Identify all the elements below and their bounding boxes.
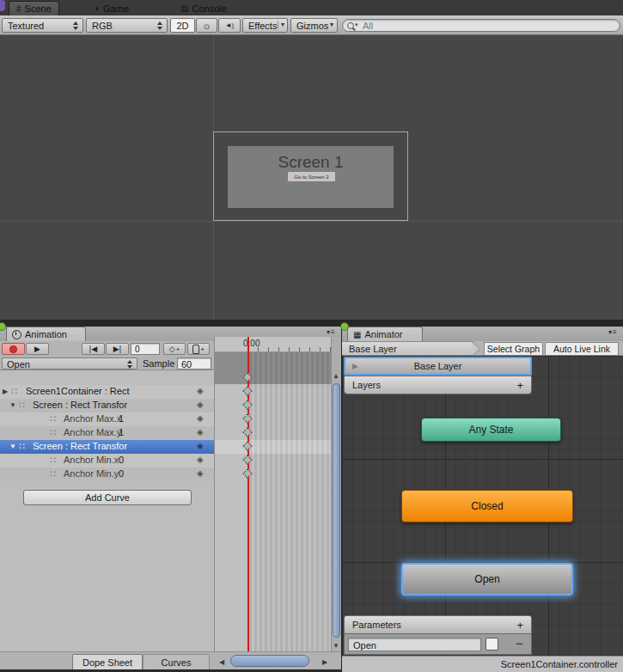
rect-transform-icon: ∷ xyxy=(19,400,25,411)
parameters-header[interactable]: Parameters + xyxy=(344,615,532,634)
keyframe-diamond-icon[interactable]: ◈ xyxy=(197,400,204,409)
play-icon: ▶ xyxy=(34,345,40,353)
dopesheet-summary-band xyxy=(215,352,331,384)
state-any-state[interactable]: Any State xyxy=(421,418,561,442)
anim-row-anchor-min-y[interactable]: ∷ Anchor Min.y 0 ◈ xyxy=(0,467,215,481)
window-handle-icon xyxy=(0,0,5,11)
clip-selector-dropdown[interactable]: Open xyxy=(2,357,137,370)
remove-parameter-button[interactable]: − xyxy=(516,636,523,651)
animation-panel-menu-icon[interactable]: ▾≡ xyxy=(327,328,336,336)
scroll-down-button[interactable]: ▼ xyxy=(331,639,341,651)
2d-toggle-button[interactable]: 2D xyxy=(170,18,195,33)
select-graph-button[interactable]: Select Graph xyxy=(484,342,543,356)
chevron-down-icon: ▾ xyxy=(330,21,333,28)
parameter-name-input[interactable]: Open xyxy=(348,638,481,651)
layers-header[interactable]: Layers + xyxy=(344,376,532,394)
keyframe-diamond-icon[interactable]: ◈ xyxy=(197,468,204,478)
updown-arrows-icon xyxy=(157,21,163,30)
effects-dropdown[interactable]: Effects ▾ xyxy=(242,18,288,33)
layer-item-base-layer[interactable]: ▶ Base Layer xyxy=(344,357,532,376)
tab-game[interactable]: ◖ Game xyxy=(89,1,134,15)
auto-live-link-button[interactable]: Auto Live Link xyxy=(545,342,619,356)
keyframe-diamond-icon[interactable]: ◈ xyxy=(197,386,204,395)
render-mode-dropdown[interactable]: RGB xyxy=(86,18,168,33)
tab-animation[interactable]: Animation xyxy=(6,327,86,341)
rect-transform-icon: ∷ xyxy=(50,427,56,438)
tab-console[interactable]: ▤ Console xyxy=(175,1,232,15)
shading-mode-dropdown[interactable]: Textured xyxy=(2,18,83,33)
unity-editor-window: # Scene ◖ Game ▤ Console Textured RGB 2D… xyxy=(0,0,623,672)
vertical-scrollbar-thumb[interactable] xyxy=(333,383,340,638)
anim-row-screen1container[interactable]: ▶ ∷ Screen1Container : Rect ◈ xyxy=(0,385,215,399)
scroll-right-button[interactable]: ▶ xyxy=(320,656,330,668)
keyframe-diamond-icon[interactable]: ◈ xyxy=(197,413,204,423)
ruler-ticks xyxy=(247,347,331,351)
playhead[interactable] xyxy=(247,337,249,651)
collapse-arrow-icon[interactable]: ▶ xyxy=(3,388,8,395)
search-filter-caret-icon: ▾ xyxy=(355,21,358,28)
game-icon: ◖ xyxy=(95,3,100,13)
layer-play-icon: ▶ xyxy=(352,362,358,370)
state-open-selected[interactable]: Open xyxy=(401,563,573,596)
speaker-icon: ◄) xyxy=(225,21,235,29)
tab-scene[interactable]: # Scene xyxy=(9,1,59,15)
tab-curves[interactable]: Curves xyxy=(143,654,210,669)
record-button[interactable] xyxy=(2,343,25,355)
screen1-panel: Screen 1 Go to Screen 2 xyxy=(228,146,394,208)
rect-transform-icon: ∷ xyxy=(50,413,56,425)
tab-dope-sheet[interactable]: Dope Sheet xyxy=(72,654,143,669)
breadcrumb[interactable]: Base Layer xyxy=(342,341,473,356)
dopesheet-stripes xyxy=(249,352,331,651)
first-keyframe-button[interactable]: |◀ xyxy=(82,343,105,355)
anim-row-screen-rect-2-selected[interactable]: ▼ ∷ Screen : Rect Transfor ◈ xyxy=(0,440,215,454)
search-icon xyxy=(347,22,354,29)
first-frame-icon: |◀ xyxy=(89,345,97,353)
rect-transform-icon: ∷ xyxy=(19,441,25,452)
timeline-ruler[interactable]: 0:00 xyxy=(215,337,331,352)
parameter-bool-checkbox[interactable] xyxy=(486,638,498,651)
sample-rate-input[interactable]: 60 xyxy=(177,357,211,370)
collapse-arrow-icon[interactable]: ▼ xyxy=(9,401,16,409)
frame-number-input[interactable]: 0 xyxy=(131,343,160,355)
collapse-arrow-icon[interactable]: ▼ xyxy=(9,443,16,450)
add-layer-button[interactable]: + xyxy=(516,379,523,392)
horizontal-scrollbar-thumb[interactable] xyxy=(230,655,309,667)
keyframe-diamond-icon[interactable]: ◈ xyxy=(197,427,204,437)
record-icon xyxy=(9,345,17,353)
keyframe-diamond-icon[interactable]: ◈ xyxy=(197,441,204,450)
gizmos-dropdown[interactable]: Gizmos ▾ xyxy=(290,18,338,33)
scroll-up-button[interactable]: ▲ xyxy=(331,370,341,382)
audio-toggle-button[interactable]: ◄) xyxy=(218,18,241,33)
lighting-toggle-button[interactable]: ☼ xyxy=(196,18,217,33)
chevron-down-icon: ▾ xyxy=(278,21,284,28)
clock-icon xyxy=(12,330,21,339)
keyframe-diamond-icon[interactable]: ◈ xyxy=(197,455,204,464)
last-keyframe-button[interactable]: ▶| xyxy=(106,343,129,355)
add-parameter-button[interactable]: + xyxy=(516,619,523,632)
list-timeline-divider xyxy=(214,337,215,651)
scroll-left-button[interactable]: ◀ xyxy=(217,656,227,668)
play-button[interactable]: ▶ xyxy=(26,343,49,355)
controller-path: Screen1Container.controller xyxy=(501,659,618,669)
anim-row-anchor-max-x[interactable]: ∷ Anchor Max.x 1 ◈ xyxy=(0,412,215,426)
add-curve-button[interactable]: Add Curve xyxy=(23,490,192,505)
tab-animator[interactable]: ▦ Animator xyxy=(347,327,423,341)
add-event-button[interactable]: + xyxy=(187,343,210,355)
search-placeholder: All xyxy=(363,21,373,31)
state-closed[interactable]: Closed xyxy=(401,490,573,522)
keyframe-diamond-icon: ◇ xyxy=(169,345,175,353)
add-keyframe-button[interactable]: ◇ + xyxy=(163,343,186,355)
animator-panel-menu-icon[interactable]: ▾≡ xyxy=(608,328,618,336)
scene-grid-icon: # xyxy=(16,4,21,14)
anim-row-anchor-min-x[interactable]: ∷ Anchor Min.x 0 ◈ xyxy=(0,454,215,467)
rect-transform-icon: ∷ xyxy=(50,468,56,480)
sun-icon: ☼ xyxy=(202,20,211,32)
updown-arrows-icon xyxy=(73,21,79,30)
anim-row-anchor-max-y[interactable]: ∷ Anchor Max.y 1 ◈ xyxy=(0,426,215,440)
anim-row-screen-rect-1[interactable]: ▼ ∷ Screen : Rect Transfor ◈ xyxy=(0,399,215,412)
go-to-screen2-button[interactable]: Go to Screen 2 xyxy=(287,171,336,182)
event-marker-icon xyxy=(192,345,199,354)
last-frame-icon: ▶| xyxy=(113,345,121,353)
search-input[interactable]: ▾ All xyxy=(342,19,620,32)
screen1-title: Screen 1 xyxy=(228,153,394,172)
